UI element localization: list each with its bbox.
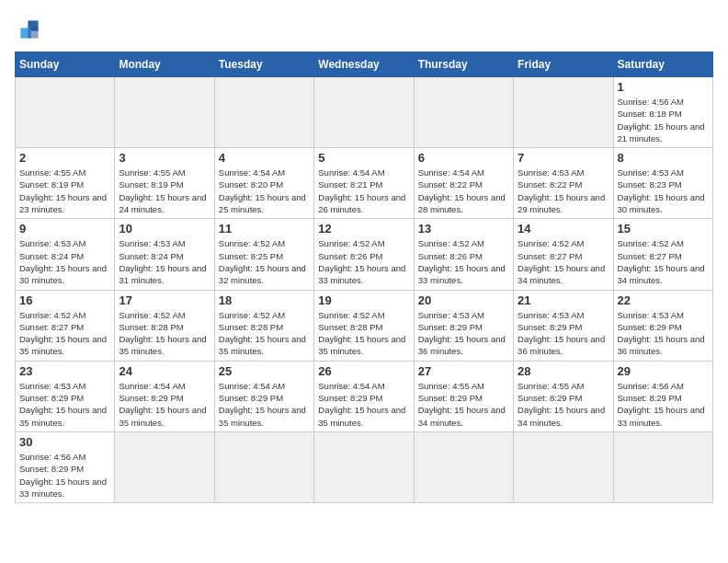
day-12: 12Sunrise: 4:52 AM Sunset: 8:26 PM Dayli… <box>314 219 414 290</box>
empty-cell <box>214 77 313 148</box>
day-number-7: 7 <box>518 151 609 165</box>
header-friday: Friday <box>514 52 613 77</box>
day-number-5: 5 <box>318 151 409 165</box>
empty-cell <box>214 431 313 502</box>
week-row-2: 2Sunrise: 4:55 AM Sunset: 8:19 PM Daylig… <box>16 148 713 219</box>
day-24: 24Sunrise: 4:54 AM Sunset: 8:29 PM Dayli… <box>115 361 214 431</box>
day-info-15: Sunrise: 4:52 AM Sunset: 8:27 PM Dayligh… <box>618 237 709 286</box>
day-27: 27Sunrise: 4:55 AM Sunset: 8:29 PM Dayli… <box>414 361 513 431</box>
header-monday: Monday <box>115 52 214 77</box>
day-number-1: 1 <box>618 80 709 94</box>
day-info-14: Sunrise: 4:52 AM Sunset: 8:27 PM Dayligh… <box>518 237 609 286</box>
day-14: 14Sunrise: 4:52 AM Sunset: 8:27 PM Dayli… <box>514 219 613 290</box>
calendar-table: SundayMondayTuesdayWednesdayThursdayFrid… <box>15 52 713 503</box>
day-21: 21Sunrise: 4:53 AM Sunset: 8:29 PM Dayli… <box>514 290 613 361</box>
day-info-2: Sunrise: 4:55 AM Sunset: 8:19 PM Dayligh… <box>19 167 110 215</box>
day-number-12: 12 <box>318 222 409 236</box>
day-2: 2Sunrise: 4:55 AM Sunset: 8:19 PM Daylig… <box>16 148 115 219</box>
header-tuesday: Tuesday <box>214 52 313 77</box>
day-info-7: Sunrise: 4:53 AM Sunset: 8:22 PM Dayligh… <box>518 167 609 215</box>
day-info-19: Sunrise: 4:52 AM Sunset: 8:28 PM Dayligh… <box>318 309 409 358</box>
day-13: 13Sunrise: 4:52 AM Sunset: 8:26 PM Dayli… <box>414 219 513 290</box>
day-info-17: Sunrise: 4:52 AM Sunset: 8:28 PM Dayligh… <box>119 309 210 358</box>
day-15: 15Sunrise: 4:52 AM Sunset: 8:27 PM Dayli… <box>613 219 712 290</box>
header-sunday: Sunday <box>16 52 115 77</box>
day-16: 16Sunrise: 4:52 AM Sunset: 8:27 PM Dayli… <box>16 290 115 361</box>
day-10: 10Sunrise: 4:53 AM Sunset: 8:24 PM Dayli… <box>115 219 214 290</box>
day-number-3: 3 <box>119 151 210 165</box>
day-number-19: 19 <box>318 293 409 307</box>
day-info-3: Sunrise: 4:55 AM Sunset: 8:19 PM Dayligh… <box>119 167 210 215</box>
day-number-18: 18 <box>219 293 310 307</box>
header-wednesday: Wednesday <box>314 52 414 77</box>
day-number-15: 15 <box>618 222 709 236</box>
week-row-6: 30Sunrise: 4:56 AM Sunset: 8:29 PM Dayli… <box>16 431 713 502</box>
empty-cell <box>16 77 115 148</box>
day-number-20: 20 <box>418 293 509 307</box>
day-30: 30Sunrise: 4:56 AM Sunset: 8:29 PM Dayli… <box>16 431 115 502</box>
day-number-28: 28 <box>518 364 609 378</box>
day-9: 9Sunrise: 4:53 AM Sunset: 8:24 PM Daylig… <box>16 219 115 290</box>
day-26: 26Sunrise: 4:54 AM Sunset: 8:29 PM Dayli… <box>314 361 414 431</box>
day-28: 28Sunrise: 4:55 AM Sunset: 8:29 PM Dayli… <box>514 361 613 431</box>
day-number-25: 25 <box>219 364 310 378</box>
weekday-header-row: SundayMondayTuesdayWednesdayThursdayFrid… <box>16 52 713 77</box>
day-number-16: 16 <box>19 293 110 307</box>
day-info-25: Sunrise: 4:54 AM Sunset: 8:29 PM Dayligh… <box>219 380 310 429</box>
day-number-9: 9 <box>19 222 110 236</box>
day-8: 8Sunrise: 4:53 AM Sunset: 8:23 PM Daylig… <box>613 148 712 219</box>
day-info-28: Sunrise: 4:55 AM Sunset: 8:29 PM Dayligh… <box>518 380 609 429</box>
day-number-14: 14 <box>518 222 609 236</box>
empty-cell <box>414 431 513 502</box>
day-number-21: 21 <box>518 293 609 307</box>
day-info-9: Sunrise: 4:53 AM Sunset: 8:24 PM Dayligh… <box>19 237 110 286</box>
svg-marker-2 <box>28 28 38 38</box>
week-row-5: 23Sunrise: 4:53 AM Sunset: 8:29 PM Dayli… <box>16 361 713 431</box>
day-1: 1Sunrise: 4:56 AM Sunset: 8:18 PM Daylig… <box>613 77 712 148</box>
day-number-24: 24 <box>119 364 210 378</box>
day-info-29: Sunrise: 4:56 AM Sunset: 8:29 PM Dayligh… <box>618 380 709 429</box>
day-info-6: Sunrise: 4:54 AM Sunset: 8:22 PM Dayligh… <box>418 167 509 215</box>
header-saturday: Saturday <box>613 52 712 77</box>
day-number-6: 6 <box>418 151 509 165</box>
day-number-17: 17 <box>119 293 210 307</box>
day-number-4: 4 <box>219 151 310 165</box>
day-17: 17Sunrise: 4:52 AM Sunset: 8:28 PM Dayli… <box>115 290 214 361</box>
page-header <box>15 15 713 44</box>
logo <box>15 15 48 44</box>
day-5: 5Sunrise: 4:54 AM Sunset: 8:21 PM Daylig… <box>314 148 414 219</box>
day-number-2: 2 <box>19 151 110 165</box>
empty-cell <box>115 77 214 148</box>
day-info-23: Sunrise: 4:53 AM Sunset: 8:29 PM Dayligh… <box>19 380 110 429</box>
day-number-10: 10 <box>119 222 210 236</box>
day-info-24: Sunrise: 4:54 AM Sunset: 8:29 PM Dayligh… <box>119 380 210 429</box>
day-19: 19Sunrise: 4:52 AM Sunset: 8:28 PM Dayli… <box>314 290 414 361</box>
day-6: 6Sunrise: 4:54 AM Sunset: 8:22 PM Daylig… <box>414 148 513 219</box>
day-info-21: Sunrise: 4:53 AM Sunset: 8:29 PM Dayligh… <box>518 309 609 358</box>
day-number-22: 22 <box>618 293 709 307</box>
day-info-27: Sunrise: 4:55 AM Sunset: 8:29 PM Dayligh… <box>418 380 509 429</box>
day-4: 4Sunrise: 4:54 AM Sunset: 8:20 PM Daylig… <box>214 148 313 219</box>
day-22: 22Sunrise: 4:53 AM Sunset: 8:29 PM Dayli… <box>613 290 712 361</box>
day-info-16: Sunrise: 4:52 AM Sunset: 8:27 PM Dayligh… <box>19 309 110 358</box>
day-3: 3Sunrise: 4:55 AM Sunset: 8:19 PM Daylig… <box>115 148 214 219</box>
day-number-26: 26 <box>318 364 409 378</box>
day-info-5: Sunrise: 4:54 AM Sunset: 8:21 PM Dayligh… <box>318 167 409 215</box>
day-number-27: 27 <box>418 364 509 378</box>
day-29: 29Sunrise: 4:56 AM Sunset: 8:29 PM Dayli… <box>613 361 712 431</box>
day-number-29: 29 <box>618 364 709 378</box>
empty-cell <box>115 431 214 502</box>
day-info-22: Sunrise: 4:53 AM Sunset: 8:29 PM Dayligh… <box>618 309 709 358</box>
empty-cell <box>514 431 613 502</box>
day-number-11: 11 <box>219 222 310 236</box>
week-row-1: 1Sunrise: 4:56 AM Sunset: 8:18 PM Daylig… <box>16 77 713 148</box>
day-info-11: Sunrise: 4:52 AM Sunset: 8:25 PM Dayligh… <box>219 237 310 286</box>
day-info-10: Sunrise: 4:53 AM Sunset: 8:24 PM Dayligh… <box>119 237 210 286</box>
day-info-12: Sunrise: 4:52 AM Sunset: 8:26 PM Dayligh… <box>318 237 409 286</box>
empty-cell <box>514 77 613 148</box>
empty-cell <box>613 431 712 502</box>
day-info-26: Sunrise: 4:54 AM Sunset: 8:29 PM Dayligh… <box>318 380 409 429</box>
header-thursday: Thursday <box>414 52 513 77</box>
day-20: 20Sunrise: 4:53 AM Sunset: 8:29 PM Dayli… <box>414 290 513 361</box>
day-11: 11Sunrise: 4:52 AM Sunset: 8:25 PM Dayli… <box>214 219 313 290</box>
